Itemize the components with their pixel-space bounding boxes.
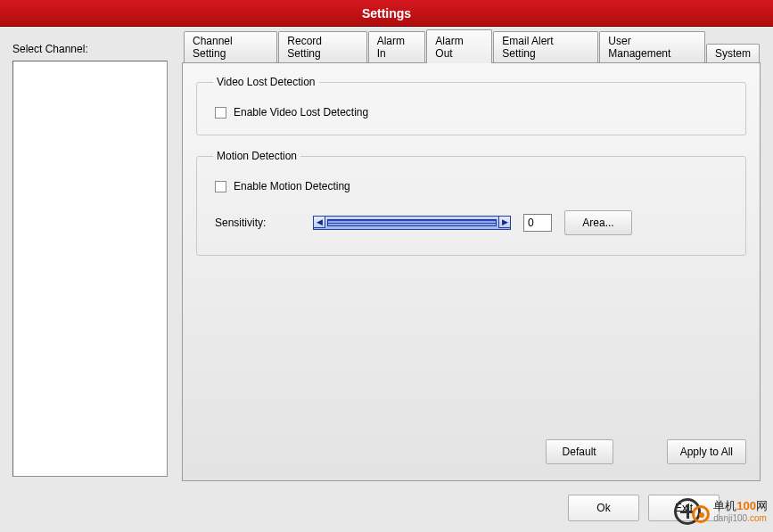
motion-enable-label: Enable Motion Detecting [234, 180, 350, 192]
tab-system[interactable]: System [706, 44, 760, 62]
ok-button[interactable]: Ok [568, 495, 639, 521]
apply-to-all-button[interactable]: Apply to All [667, 439, 746, 464]
sensitivity-label: Sensitivity: [215, 217, 300, 229]
tab-alarm-out[interactable]: Alarm Out [426, 29, 492, 63]
title-text: Settings [362, 6, 411, 20]
tab-record-setting[interactable]: Record Setting [278, 31, 366, 62]
motion-group: Motion Detection Enable Motion Detecting… [196, 150, 746, 256]
video-lost-legend: Video Lost Detection [213, 76, 319, 88]
video-lost-checkbox[interactable] [215, 107, 226, 119]
motion-enable-row[interactable]: Enable Motion Detecting [215, 180, 733, 192]
motion-checkbox[interactable] [215, 181, 226, 192]
video-lost-group: Video Lost Detection Enable Video Lost D… [196, 76, 746, 135]
watermark-text: 单机100网 danji100.com [713, 500, 768, 522]
dialog-buttons: Ok Exit [568, 495, 720, 521]
sensitivity-slider[interactable]: ◀ ▶ [313, 216, 511, 230]
channel-list[interactable] [12, 61, 168, 477]
exit-button[interactable]: Exit [648, 495, 720, 521]
video-lost-enable-row[interactable]: Enable Video Lost Detecting [215, 106, 733, 119]
tab-bar: Channel Setting Record Setting Alarm In … [184, 43, 761, 62]
video-lost-enable-label: Enable Video Lost Detecting [234, 106, 368, 119]
slider-track[interactable] [327, 219, 497, 226]
left-column: Select Channel: [12, 43, 168, 477]
sensitivity-row: Sensitivity: ◀ ▶ Area... [215, 210, 733, 235]
title-bar: Settings [0, 0, 773, 27]
panel-bottom-buttons: Default Apply to All [196, 439, 746, 464]
tab-panel-alarm-out: Video Lost Detection Enable Video Lost D… [182, 62, 761, 481]
tab-channel-setting[interactable]: Channel Setting [184, 31, 277, 62]
tab-alarm-in[interactable]: Alarm In [368, 31, 426, 62]
tab-email-alert[interactable]: Email Alert Setting [493, 31, 598, 62]
slider-arrow-right-icon[interactable]: ▶ [498, 216, 511, 228]
tab-user-management[interactable]: User Management [599, 31, 705, 62]
slider-arrow-left-icon[interactable]: ◀ [313, 216, 325, 228]
dialog-body: Select Channel: Channel Setting Record S… [0, 27, 773, 486]
motion-legend: Motion Detection [213, 150, 300, 162]
area-button[interactable]: Area... [564, 210, 632, 235]
default-button[interactable]: Default [546, 439, 613, 464]
right-column: Channel Setting Record Setting Alarm In … [182, 43, 761, 477]
sensitivity-value-input[interactable] [523, 214, 552, 232]
select-channel-label: Select Channel: [12, 43, 168, 55]
